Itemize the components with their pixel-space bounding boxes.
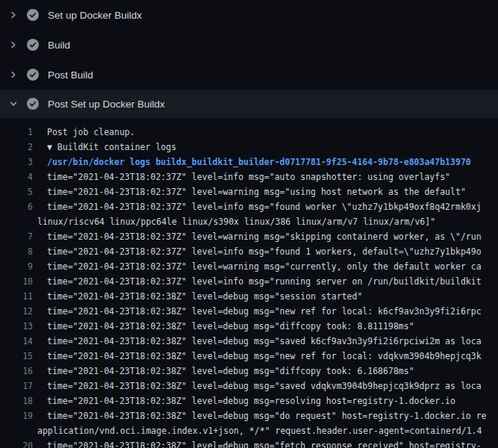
line-number[interactable] <box>0 214 33 229</box>
line-number[interactable]: 18 <box>0 393 33 408</box>
line-number[interactable]: 16 <box>0 364 33 379</box>
check-circle-icon <box>27 39 39 51</box>
line-number[interactable]: 11 <box>0 289 33 304</box>
log-line: 19time="2021-04-23T18:02:38Z" level=debu… <box>0 408 498 423</box>
log-line: 3/usr/bin/docker logs buildx_buildkit_bu… <box>0 155 498 169</box>
step-title: Set up Docker Buildx <box>48 10 142 21</box>
log-line: 5time="2021-04-23T18:02:37Z" level=warni… <box>0 184 498 199</box>
log-line: 1Post job cleanup. <box>0 125 498 140</box>
step-title: Build <box>48 40 70 51</box>
log-line: 10time="2021-04-23T18:02:37Z" level=info… <box>0 274 498 289</box>
log-text: time="2021-04-23T18:02:38Z" level=debug … <box>33 289 362 304</box>
line-number[interactable]: 14 <box>0 334 33 349</box>
chevron-right-icon <box>9 69 18 81</box>
line-number[interactable]: 19 <box>0 408 33 423</box>
log-text: time="2021-04-23T18:02:38Z" level=debug … <box>33 379 482 393</box>
log-line: 11time="2021-04-23T18:02:38Z" level=debu… <box>0 289 498 304</box>
log-text: time="2021-04-23T18:02:38Z" level=debug … <box>33 349 482 364</box>
log-text: time="2021-04-23T18:02:38Z" level=debug … <box>33 364 414 379</box>
line-number[interactable]: 10 <box>0 274 33 289</box>
chevron-right-icon <box>9 39 18 51</box>
step-header-post-set-up-docker-buildx[interactable]: Post Set up Docker Buildx <box>0 90 498 118</box>
step-title: Post Build <box>48 69 93 81</box>
log-line: 18time="2021-04-23T18:02:38Z" level=debu… <box>0 393 498 408</box>
log-text: time="2021-04-23T18:02:38Z" level=debug … <box>33 319 414 334</box>
line-number[interactable]: 12 <box>0 304 33 319</box>
log-line: linux/riscv64 linux/ppc64le linux/s390x … <box>0 214 498 229</box>
log-text: Post job cleanup. <box>33 125 135 140</box>
log-text: time="2021-04-23T18:02:38Z" level=debug … <box>33 304 482 319</box>
log-line: 2▼ BuildKit container logs <box>0 140 498 155</box>
chevron-down-icon <box>9 98 18 110</box>
log-line: 13time="2021-04-23T18:02:38Z" level=debu… <box>0 319 498 334</box>
log-line: application/vnd.oci.image.index.v1+json,… <box>0 423 498 438</box>
log-text: time="2021-04-23T18:02:37Z" level=info m… <box>33 274 482 289</box>
log-line: 12time="2021-04-23T18:02:38Z" level=debu… <box>0 304 498 319</box>
workflow-log-viewer: Set up Docker Buildx Build Post Build Po… <box>0 0 498 448</box>
line-number[interactable]: 2 <box>0 140 33 155</box>
line-number[interactable]: 8 <box>0 244 33 259</box>
log-text: time="2021-04-23T18:02:37Z" level=info m… <box>33 244 482 259</box>
log-text: time="2021-04-23T18:02:38Z" level=debug … <box>33 408 487 423</box>
log-text: time="2021-04-23T18:02:37Z" level=warnin… <box>33 259 482 274</box>
line-number[interactable]: 13 <box>0 319 33 334</box>
log-line: 6time="2021-04-23T18:02:37Z" level=info … <box>0 199 498 214</box>
log-line: 9time="2021-04-23T18:02:37Z" level=warni… <box>0 259 498 274</box>
log-text: time="2021-04-23T18:02:38Z" level=debug … <box>33 438 482 448</box>
line-number[interactable]: 6 <box>0 199 33 214</box>
line-number[interactable]: 17 <box>0 379 33 393</box>
log-text: time="2021-04-23T18:02:37Z" level=warnin… <box>33 229 482 244</box>
log-line: 4time="2021-04-23T18:02:37Z" level=info … <box>0 169 498 184</box>
line-number[interactable]: 7 <box>0 229 33 244</box>
step-header-set-up-docker-buildx[interactable]: Set up Docker Buildx <box>0 0 498 30</box>
check-circle-icon <box>27 98 39 110</box>
line-number[interactable]: 3 <box>0 155 33 169</box>
log-line: 16time="2021-04-23T18:02:38Z" level=debu… <box>0 364 498 379</box>
line-number[interactable]: 15 <box>0 349 33 364</box>
step-title: Post Set up Docker Buildx <box>48 99 165 110</box>
log-text: time="2021-04-23T18:02:37Z" level=info m… <box>33 199 482 214</box>
log-line: 17time="2021-04-23T18:02:38Z" level=debu… <box>0 379 498 393</box>
log-group-toggle[interactable]: ▼ BuildKit container logs <box>33 140 176 155</box>
log-line: 8time="2021-04-23T18:02:37Z" level=info … <box>0 244 498 259</box>
log-text-continuation: linux/riscv64 linux/ppc64le linux/s390x … <box>33 214 435 229</box>
log-command: /usr/bin/docker logs buildx_buildkit_bui… <box>33 155 471 169</box>
log-text: time="2021-04-23T18:02:37Z" level=warnin… <box>33 184 466 199</box>
line-number[interactable]: 9 <box>0 259 33 274</box>
log-text: time="2021-04-23T18:02:38Z" level=debug … <box>33 393 455 408</box>
log-line: 14time="2021-04-23T18:02:38Z" level=debu… <box>0 334 498 349</box>
chevron-right-icon <box>9 9 18 21</box>
line-number[interactable] <box>0 423 33 438</box>
line-number[interactable]: 20 <box>0 438 33 448</box>
step-header-post-build[interactable]: Post Build <box>0 60 498 90</box>
log-text: time="2021-04-23T18:02:38Z" level=debug … <box>33 334 482 349</box>
log-line: 7time="2021-04-23T18:02:37Z" level=warni… <box>0 229 498 244</box>
check-circle-icon <box>27 9 39 21</box>
log-line: 20time="2021-04-23T18:02:38Z" level=debu… <box>0 438 498 448</box>
log-text: time="2021-04-23T18:02:37Z" level=info m… <box>33 169 450 184</box>
log-output: 1Post job cleanup.2▼ BuildKit container … <box>0 118 498 448</box>
line-number[interactable]: 1 <box>0 125 33 140</box>
step-header-build[interactable]: Build <box>0 30 498 60</box>
log-text-continuation: application/vnd.oci.image.index.v1+json,… <box>33 423 482 438</box>
log-line: 15time="2021-04-23T18:02:38Z" level=debu… <box>0 349 498 364</box>
line-number[interactable]: 4 <box>0 169 33 184</box>
check-circle-icon <box>27 69 39 81</box>
line-number[interactable]: 5 <box>0 184 33 199</box>
